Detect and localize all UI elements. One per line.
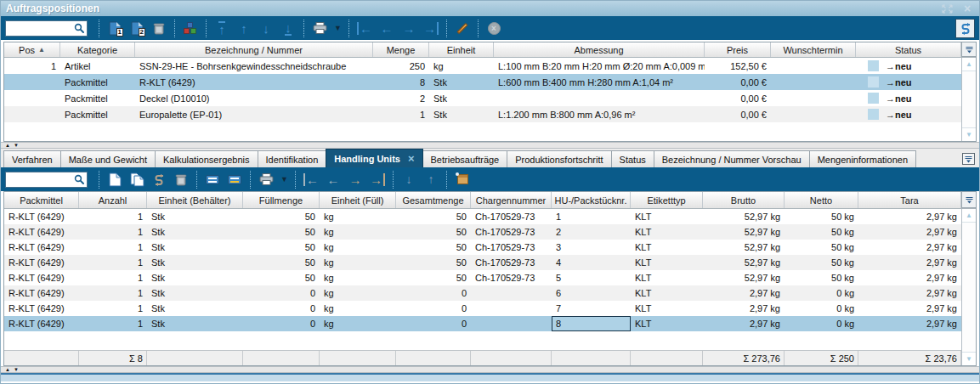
column-header-netto[interactable]: Netto	[785, 192, 858, 208]
column-header-einheit-fuell[interactable]: Einheit (Füll)	[320, 192, 396, 208]
splitter-down-icon[interactable]: ▼	[14, 143, 19, 148]
scroll-up-icon[interactable]: ▲	[962, 58, 976, 71]
splitter-up-icon[interactable]: ▲	[5, 143, 10, 148]
column-header-anzahl[interactable]: Anzahl	[79, 192, 147, 208]
edit-icon[interactable]	[454, 20, 471, 37]
column-header-brutto[interactable]: Brutto	[703, 192, 785, 208]
column-header-status[interactable]: Status	[856, 42, 961, 57]
hu-row[interactable]: R-KLT (6429)1Stk0kg08KLT2,97 kg0 kg2,97 …	[4, 316, 976, 331]
footer-sum-brutto: Σ 273,76	[703, 351, 785, 365]
scroll-up-icon[interactable]: ▲	[962, 209, 976, 222]
tab-close-icon[interactable]: ×	[408, 153, 415, 164]
cell-tara: 2,97 kg	[858, 240, 961, 255]
column-header-menge[interactable]: Menge	[373, 42, 429, 57]
print-menu-icon[interactable]: ▼	[280, 171, 288, 188]
cell-status: →neu	[856, 106, 961, 122]
column-header-kategorie[interactable]: Kategorie	[60, 42, 135, 57]
column-header-preis[interactable]: Preis	[705, 42, 771, 57]
prev-record-icon[interactable]: ←	[378, 20, 395, 37]
transfer-button[interactable]	[955, 19, 975, 38]
tab-kalkulationsergebnis[interactable]: Kalkulationsergebnis	[155, 150, 258, 167]
scroll-down-icon[interactable]: ▼	[962, 128, 976, 141]
search-icon	[74, 174, 85, 187]
copy-hu-icon[interactable]	[128, 171, 145, 188]
splitter-down-icon[interactable]: ▼	[14, 367, 19, 372]
tab-mengeninformationen[interactable]: Mengeninformationen	[809, 150, 916, 167]
hu-row[interactable]: R-KLT (6429)1Stk0kg07KLT2,97 kg0 kg2,97 …	[4, 301, 976, 316]
positions-row[interactable]: 1ArtikelSSN-29-HE - Bohrsenkgewindesschn…	[4, 58, 976, 74]
column-options-icon[interactable]	[961, 42, 976, 57]
column-header-hu-nr[interactable]: HU-/Packstücknr.	[552, 192, 631, 208]
close-icon[interactable]: ×	[960, 3, 974, 14]
cell-status: →neu	[856, 90, 961, 106]
cell-brutto: 2,97 kg	[703, 301, 785, 316]
move-up-icon[interactable]: ↑	[422, 171, 439, 188]
positions-row[interactable]: PackmittelEuropalette (EP-01)1StkL:1.200…	[4, 106, 976, 122]
scroll-down-icon[interactable]: ▼	[962, 353, 976, 365]
delete-icon[interactable]	[173, 171, 190, 188]
tab-identifikation[interactable]: Identifikation	[258, 150, 327, 167]
new-position-2-icon[interactable]: 2	[128, 20, 145, 37]
new-position-1-icon[interactable]: 1	[106, 20, 123, 37]
column-header-pos[interactable]: Pos▲	[4, 42, 60, 57]
hu-row[interactable]: R-KLT (6429)1Stk50kg50Ch-170529-733KLT52…	[4, 240, 976, 255]
tab-verfahren[interactable]: Verfahren	[3, 150, 61, 167]
print-menu-icon[interactable]: ▼	[333, 20, 342, 37]
move-bottom-icon[interactable]: ↓	[280, 20, 297, 37]
new-hu-icon[interactable]	[106, 171, 123, 188]
hu-row[interactable]: R-KLT (6429)1Stk50kg50Ch-170529-735KLT52…	[4, 270, 976, 285]
move-up-icon[interactable]: ↑	[235, 20, 252, 37]
tab-produktionsfortschritt[interactable]: Produktionsfortschritt	[507, 150, 611, 167]
tab-betriebsauftraege[interactable]: Betriebsaufträge	[422, 150, 508, 167]
hu-row[interactable]: R-KLT (6429)1Stk50kg50Ch-170529-732KLT52…	[4, 224, 976, 240]
tab-options-icon[interactable]	[962, 153, 975, 165]
last-record-icon[interactable]: →	[422, 20, 439, 37]
hu-row[interactable]: R-KLT (6429)1Stk50kg50Ch-170529-731KLT52…	[4, 209, 976, 224]
cell-bezeichnung: SSN-29-HE - Bohrsenkgewindesschneidschra…	[135, 58, 373, 74]
horizontal-splitter[interactable]: ▲ ▼	[1, 142, 979, 149]
move-down-icon[interactable]: ↓	[258, 20, 275, 37]
column-header-fuellmenge[interactable]: Füllmenge	[243, 192, 320, 208]
scrollbar-thumb[interactable]	[962, 71, 976, 128]
column-header-etiketttyp[interactable]: Etiketttyp	[631, 192, 703, 208]
tab-status[interactable]: Status	[611, 150, 654, 167]
footer-cell	[243, 351, 320, 365]
cell-netto: 50 kg	[785, 255, 858, 270]
delete-icon[interactable]	[150, 20, 167, 37]
positions-row[interactable]: PackmittelDeckel (D10010)2Stk0,00 €→neu	[4, 90, 976, 106]
hu-table-header: Packmittel Anzahl Einheit (Behälter) Fül…	[4, 192, 976, 209]
tab-masse-und-gewicht[interactable]: Maße und Gewicht	[60, 150, 156, 167]
restore-icon[interactable]	[940, 3, 954, 14]
edit-rows-alt-icon[interactable]	[226, 171, 243, 188]
refresh-disabled-icon	[150, 171, 167, 188]
tab-bezeichnung-nummer-vorschau[interactable]: Bezeichnung / Nummer Vorschau	[654, 150, 810, 167]
column-header-bezeichnung[interactable]: Bezeichnung / Nummer	[135, 42, 373, 57]
column-header-wunschtermin[interactable]: Wunschtermin	[771, 42, 856, 57]
print-icon[interactable]	[258, 171, 275, 188]
column-header-chargennummer[interactable]: Chargennummer	[471, 192, 552, 208]
positions-row[interactable]: PackmittelR-KLT (6429)8StkL:600 mm B:400…	[4, 74, 976, 90]
splitter-up-icon[interactable]: ▲	[5, 367, 10, 372]
edit-rows-icon[interactable]	[204, 171, 221, 188]
components-icon[interactable]	[182, 20, 199, 37]
move-top-icon[interactable]: ↑	[213, 20, 230, 37]
hu-row[interactable]: R-KLT (6429)1Stk0kg06KLT2,97 kg0 kg2,97 …	[4, 285, 976, 301]
print-icon[interactable]	[311, 20, 328, 37]
column-header-einheit-behaelter[interactable]: Einheit (Behälter)	[147, 192, 243, 208]
column-options-icon[interactable]	[961, 192, 976, 208]
move-down-icon[interactable]: ↓	[400, 171, 417, 188]
horizontal-splitter[interactable]: ▲ ▼	[1, 366, 979, 373]
scrollbar-thumb[interactable]	[962, 222, 976, 353]
cell-tara: 2,97 kg	[858, 209, 961, 224]
first-record-icon[interactable]: ←	[356, 20, 373, 37]
column-header-tara[interactable]: Tara	[858, 192, 961, 208]
column-header-gesamtmenge[interactable]: Gesamtmenge	[396, 192, 471, 208]
next-record-icon[interactable]: →	[400, 20, 417, 37]
column-header-einheit[interactable]: Einheit	[429, 42, 494, 57]
column-header-abmessung[interactable]: Abmessung	[494, 42, 705, 57]
tab-handling-units[interactable]: Handling Units×	[326, 149, 422, 167]
package-icon[interactable]	[454, 171, 471, 188]
column-header-packmittel[interactable]: Packmittel	[4, 192, 79, 208]
hu-row[interactable]: R-KLT (6429)1Stk50kg50Ch-170529-734KLT52…	[4, 255, 976, 270]
cell-preis: 152,50 €	[705, 58, 771, 74]
